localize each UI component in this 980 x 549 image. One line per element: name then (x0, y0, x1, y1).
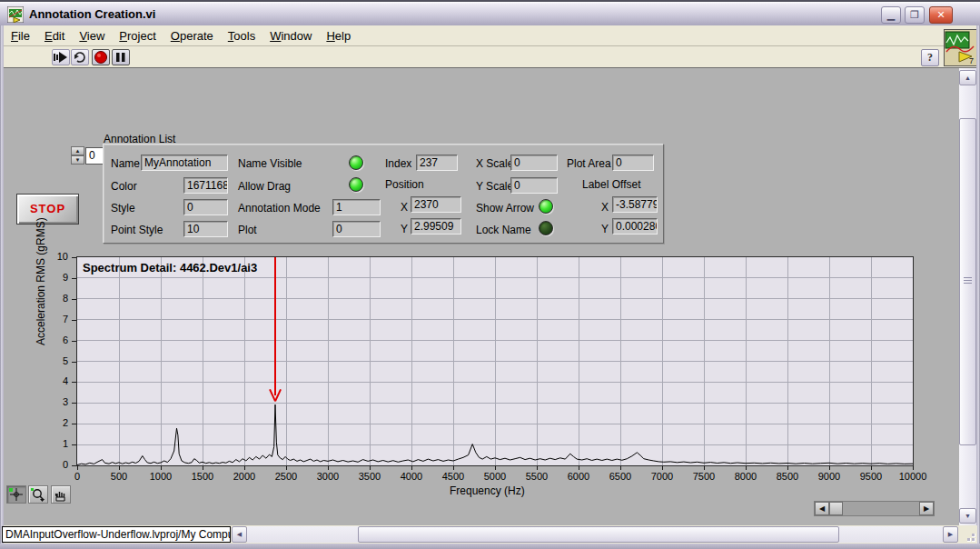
label-offset-y-label: Y (601, 223, 609, 235)
x-tick-label: 500 (103, 471, 135, 482)
scroll-left-icon[interactable]: ◀ (232, 526, 247, 543)
label-offset-label: Label Offset (582, 178, 641, 191)
point-style-label: Point Style (111, 224, 163, 236)
scroll-down-icon[interactable]: ▼ (959, 508, 976, 524)
label-offset-x-field[interactable]: -3.58779 (612, 196, 658, 213)
x-tick (537, 466, 538, 470)
title-bar[interactable]: Annotation Creation.vi ▁ ❐ ✕ (0, 0, 980, 25)
color-field[interactable]: 1671168 (183, 177, 228, 194)
vertical-scrollbar-thumb[interactable] (959, 118, 976, 445)
minimize-button[interactable]: ▁ (881, 6, 901, 24)
menu-bar: FileEditViewProjectOperateToolsWindowHel… (4, 25, 976, 46)
x-tick (495, 466, 496, 470)
y-scale-field[interactable]: 0 (510, 177, 558, 194)
style-label: Style (111, 202, 135, 215)
graph-scrollbar-thumb[interactable] (829, 502, 843, 515)
y-tick (72, 341, 76, 342)
style-field[interactable]: 0 (183, 199, 228, 215)
x-tick-label: 1500 (186, 471, 219, 482)
x-tick-label: 6500 (604, 471, 637, 482)
scroll-right-icon[interactable]: ▶ (943, 526, 958, 543)
name-visible-led[interactable] (349, 155, 363, 170)
x-tick (746, 466, 747, 470)
x-tick (328, 466, 329, 470)
y-tick (72, 257, 76, 258)
menu-edit[interactable]: Edit (37, 25, 72, 43)
position-label: Position (385, 178, 424, 191)
x-scale-field[interactable]: 0 (510, 155, 558, 171)
x-tick (829, 466, 830, 470)
lock-name-led[interactable] (539, 221, 553, 235)
y-tick (72, 320, 76, 321)
annotation-mode-field[interactable]: 1 (332, 199, 381, 215)
y-scale-label: Y Scale (476, 180, 513, 193)
horizontal-scrollbar-thumb[interactable] (358, 526, 839, 543)
graph-x-scrollbar[interactable]: ◀ ▶ (814, 501, 935, 516)
point-style-field[interactable]: 10 (183, 221, 228, 237)
x-tick (411, 466, 412, 470)
x-tick (871, 466, 872, 470)
index-field[interactable]: 237 (416, 155, 458, 171)
y-tick-label: 1 (48, 438, 68, 449)
position-x-field[interactable]: 2370 (411, 196, 461, 213)
x-tick-label: 2000 (228, 471, 261, 482)
x-scale-label: X Scale (476, 157, 513, 170)
zoom-tool-button[interactable] (28, 485, 48, 504)
run-button[interactable] (52, 49, 70, 65)
position-y-field[interactable]: 2.99509 (411, 218, 461, 235)
run-continuously-button[interactable] (71, 49, 89, 65)
maximize-button[interactable]: ❐ (905, 6, 925, 24)
x-tick-label: 6000 (562, 471, 595, 482)
resize-grip[interactable] (959, 525, 977, 544)
plot-area-field[interactable]: 0 (612, 155, 654, 171)
menu-window[interactable]: Window (262, 25, 319, 43)
crosshair-icon (7, 486, 25, 503)
plot-label: Plot (238, 224, 257, 236)
panel-vertical-scrollbar[interactable]: ▲ ▼ (959, 68, 976, 525)
y-tick-label: 2 (48, 417, 68, 428)
graph-scroll-right-icon[interactable]: ▶ (919, 502, 934, 515)
menu-tools[interactable]: Tools (221, 25, 262, 43)
x-tick-label: 2500 (270, 471, 302, 482)
name-field[interactable]: MyAnnotation (141, 155, 228, 171)
close-button[interactable]: ✕ (929, 6, 953, 24)
y-tick-label: 4 (48, 375, 68, 386)
x-tick-label: 5500 (520, 471, 553, 482)
menu-file[interactable]: File (4, 25, 37, 43)
position-x-label: X (401, 201, 408, 214)
context-help-button[interactable]: ? (921, 49, 939, 66)
project-context-label[interactable]: DMAInputOverflow-Underflow.lvproj/My Com… (2, 526, 231, 543)
x-tick (244, 466, 245, 470)
pan-tool-button[interactable] (51, 485, 71, 504)
hand-icon (52, 486, 70, 503)
y-tick-label: 0 (48, 459, 68, 470)
allow-drag-led[interactable] (349, 177, 363, 192)
scroll-up-icon[interactable]: ▲ (959, 70, 976, 85)
window-title: Annotation Creation.vi (29, 7, 155, 21)
menu-operate[interactable]: Operate (163, 25, 221, 43)
window-border-right (976, 25, 980, 549)
label-offset-y-field[interactable]: 0.000280 (612, 218, 658, 235)
menu-view[interactable]: View (72, 25, 112, 43)
pause-icon (113, 50, 129, 65)
menu-project[interactable]: Project (112, 25, 163, 43)
stop-button[interactable]: STOP (16, 194, 79, 225)
graph-scroll-left-icon[interactable]: ◀ (815, 502, 829, 515)
window-border-bottom (0, 544, 980, 549)
plot-area-label: Plot Area (567, 157, 611, 170)
show-arrow-led[interactable] (539, 199, 553, 214)
cursor-movement-tool-button[interactable] (6, 485, 26, 504)
x-tick-label: 7000 (646, 471, 678, 482)
pause-button[interactable] (112, 49, 130, 65)
x-tick-label: 8000 (729, 471, 762, 482)
y-tick-label: 9 (48, 272, 68, 283)
waveform-graph-plot-area[interactable] (76, 256, 914, 466)
plot-field[interactable]: 0 (332, 221, 381, 237)
index-decrement-button[interactable]: ▼ (71, 155, 84, 165)
abort-button[interactable] (92, 49, 110, 65)
menu-help[interactable]: Help (319, 25, 358, 43)
x-tick-label: 4500 (437, 471, 470, 482)
x-tick (286, 466, 287, 470)
toolbar (4, 46, 976, 68)
index-increment-button[interactable]: ▲ (71, 146, 84, 155)
